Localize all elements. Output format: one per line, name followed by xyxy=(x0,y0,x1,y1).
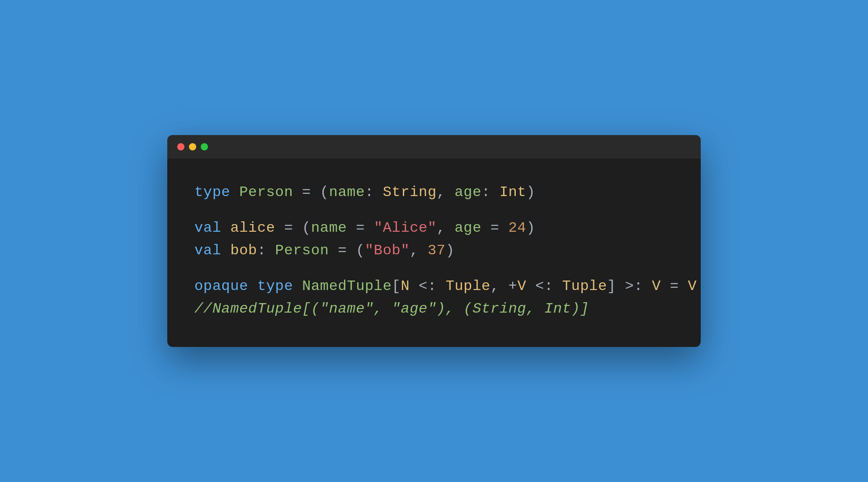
type-param-v: V xyxy=(517,278,526,295)
param-name: name xyxy=(311,220,347,236)
keyword-opaque: opaque xyxy=(194,278,248,295)
code-line-3: val alice = (name = "Alice", age = 24) xyxy=(194,217,674,239)
string-alice: "Alice" xyxy=(374,220,437,236)
close-button[interactable] xyxy=(177,143,184,150)
type-v-lower-2: V xyxy=(688,278,697,295)
blank-line-1 xyxy=(194,203,674,217)
type-param-n: N xyxy=(401,278,410,295)
var-bob: bob xyxy=(230,242,257,259)
label-name: name xyxy=(329,184,365,201)
type-person: Person xyxy=(239,184,293,201)
type-tuple-1: Tuple xyxy=(446,278,491,295)
keyword-type: type xyxy=(194,184,230,201)
keyword-type-2: type xyxy=(257,278,293,295)
type-tuple-2: Tuple xyxy=(562,278,607,295)
type-namedtuple: NamedTuple xyxy=(302,278,392,295)
code-window: type Person = (name: String, age: Int) v… xyxy=(167,135,701,347)
minimize-button[interactable] xyxy=(189,143,196,150)
code-line-1: type Person = (name: String, age: Int) xyxy=(194,181,674,204)
code-line-7: //NamedTuple[("name", "age"), (String, I… xyxy=(194,298,674,320)
comment-line: //NamedTuple[("name", "age"), (String, I… xyxy=(194,300,589,317)
blank-line-2 xyxy=(194,262,674,275)
var-alice: alice xyxy=(230,220,275,236)
titlebar xyxy=(167,135,701,159)
number-37: 37 xyxy=(428,242,446,259)
param-age: age xyxy=(454,220,481,236)
string-bob: "Bob" xyxy=(365,242,410,259)
code-editor: type Person = (name: String, age: Int) v… xyxy=(167,159,701,347)
code-line-6: opaque type NamedTuple[N <: Tuple, +V <:… xyxy=(194,275,674,298)
keyword-val-1: val xyxy=(194,220,222,236)
type-int: Int xyxy=(500,184,527,201)
maximize-button[interactable] xyxy=(201,143,208,150)
label-age: age xyxy=(454,184,481,201)
type-ref-person: Person xyxy=(275,242,329,259)
number-24: 24 xyxy=(509,220,527,236)
keyword-val-2: val xyxy=(194,242,222,259)
code-line-4: val bob: Person = ("Bob", 37) xyxy=(194,239,674,262)
type-string: String xyxy=(383,184,437,201)
type-v-lower: V xyxy=(652,278,661,295)
